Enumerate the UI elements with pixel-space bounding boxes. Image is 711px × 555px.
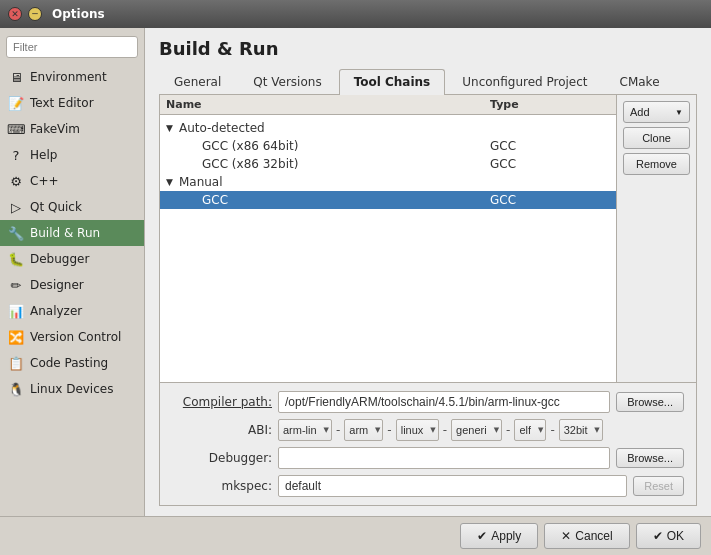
cancel-button[interactable]: ✕ Cancel [544,523,629,549]
sidebar-item-build-run[interactable]: 🔧 Build & Run [0,220,144,246]
sidebar-item-label: Version Control [30,330,121,344]
ok-button[interactable]: ✔ OK [636,523,701,549]
debugger-row: Debugger: Browse... [172,447,684,469]
mkspec-row: mkspec: Reset [172,475,684,497]
group-label: Auto-detected [179,121,265,135]
compiler-path-row: Compiler path: Browse... [172,391,684,413]
triangle-icon: ▼ [166,123,173,133]
window-title: Options [52,7,105,21]
clone-button[interactable]: Clone [623,127,690,149]
sidebar-item-label: Build & Run [30,226,100,240]
abi-select-wrap-3: linux [396,419,439,441]
sidebar-item-label: Designer [30,278,84,292]
remove-button[interactable]: Remove [623,153,690,175]
sidebar-item-analyzer[interactable]: 📊 Analyzer [0,298,144,324]
abi-select-1[interactable]: arm-lin [278,419,332,441]
sidebar-item-text-editor[interactable]: 📝 Text Editor [0,90,144,116]
options-window: ✕ ─ Options 🖥 Environment 📝 Text Editor … [0,0,711,555]
qtquick-icon: ▷ [8,199,24,215]
sidebar-item-version-control[interactable]: 🔀 Version Control [0,324,144,350]
item-name: GCC (x86 32bit) [202,157,490,171]
sidebar-item-label: FakeVim [30,122,80,136]
text-editor-icon: 📝 [8,95,24,111]
item-type: GCC [490,193,610,207]
abi-label: ABI: [172,423,272,437]
sidebar-item-qt-quick[interactable]: ▷ Qt Quick [0,194,144,220]
compiler-browse-button[interactable]: Browse... [616,392,684,412]
abi-select-6[interactable]: 32bit [559,419,603,441]
mkspec-input[interactable] [278,475,627,497]
abi-select-2[interactable]: arm [344,419,383,441]
debugger-label: Debugger: [172,451,272,465]
tree-item-gcc-64[interactable]: GCC (x86 64bit) GCC [160,137,616,155]
tree-item-gcc-manual[interactable]: GCC GCC [160,191,616,209]
tree-item-gcc-32[interactable]: GCC (x86 32bit) GCC [160,155,616,173]
sidebar-item-debugger[interactable]: 🐛 Debugger [0,246,144,272]
abi-select-4[interactable]: generi [451,419,502,441]
tab-general[interactable]: General [159,69,236,94]
sidebar-item-label: Environment [30,70,107,84]
debugger-input[interactable] [278,447,610,469]
sidebar-item-label: Code Pasting [30,356,108,370]
abi-sep-3: - [443,423,447,437]
abi-select-5[interactable]: elf [514,419,546,441]
tab-qt-versions[interactable]: Qt Versions [238,69,336,94]
abi-select-wrap-2: arm [344,419,383,441]
sidebar-item-environment[interactable]: 🖥 Environment [0,64,144,90]
cancel-label: Cancel [575,529,612,543]
tab-unconfigured-project[interactable]: Unconfigured Project [447,69,602,94]
add-button[interactable]: Add ▼ [623,101,690,123]
abi-sep-2: - [387,423,391,437]
tab-bar: General Qt Versions Tool Chains Unconfig… [159,69,697,95]
sidebar-item-label: Analyzer [30,304,82,318]
tab-cmake[interactable]: CMake [605,69,675,94]
tree-area[interactable]: ▼ Auto-detected GCC (x86 64bit) GCC GCC … [160,115,616,382]
ok-icon: ✔ [653,529,663,543]
sidebar: 🖥 Environment 📝 Text Editor ⌨ FakeVim ? … [0,28,145,516]
apply-label: Apply [491,529,521,543]
minimize-button[interactable]: ─ [28,7,42,21]
abi-select-3[interactable]: linux [396,419,439,441]
add-dropdown-arrow: ▼ [675,108,683,117]
close-button[interactable]: ✕ [8,7,22,21]
filter-input[interactable] [6,36,138,58]
column-name: Name [166,98,490,111]
list-header: Name Type [160,95,616,115]
group-manual: ▼ Manual [160,173,616,191]
sidebar-item-label: Help [30,148,57,162]
sidebar-item-designer[interactable]: ✏ Designer [0,272,144,298]
sidebar-item-fakevim[interactable]: ⌨ FakeVim [0,116,144,142]
tab-content: Name Type ▼ Auto-detected [159,95,697,506]
compiler-path-input[interactable] [278,391,610,413]
sidebar-item-label: C++ [30,174,59,188]
column-type: Type [490,98,610,111]
toolchain-list-area: Name Type ▼ Auto-detected [160,95,616,382]
help-icon: ? [8,147,24,163]
debugger-browse-button[interactable]: Browse... [616,448,684,468]
sidebar-item-cpp[interactable]: ⚙ C++ [0,168,144,194]
tab-tool-chains[interactable]: Tool Chains [339,69,446,95]
group-label: Manual [179,175,223,189]
debugger-icon: 🐛 [8,251,24,267]
reset-button[interactable]: Reset [633,476,684,496]
item-name: GCC (x86 64bit) [202,139,490,153]
designer-icon: ✏ [8,277,24,293]
sidebar-item-label: Debugger [30,252,89,266]
apply-icon: ✔ [477,529,487,543]
abi-row: ABI: arm-lin - arm [172,419,684,441]
sidebar-item-help[interactable]: ? Help [0,142,144,168]
titlebar: ✕ ─ Options [0,0,711,28]
abi-selects: arm-lin - arm - [278,419,684,441]
sidebar-item-code-pasting[interactable]: 📋 Code Pasting [0,350,144,376]
footer-buttons: ✔ Apply ✕ Cancel ✔ OK [0,516,711,555]
item-name: GCC [202,193,490,207]
toolchain-panel: Name Type ▼ Auto-detected [160,95,696,382]
sidebar-item-linux-devices[interactable]: 🐧 Linux Devices [0,376,144,402]
sidebar-item-label: Linux Devices [30,382,113,396]
abi-select-wrap-4: generi [451,419,502,441]
abi-select-wrap-1: arm-lin [278,419,332,441]
apply-button[interactable]: ✔ Apply [460,523,538,549]
triangle-icon: ▼ [166,177,173,187]
compiler-path-label: Compiler path: [172,395,272,409]
vcs-icon: 🔀 [8,329,24,345]
